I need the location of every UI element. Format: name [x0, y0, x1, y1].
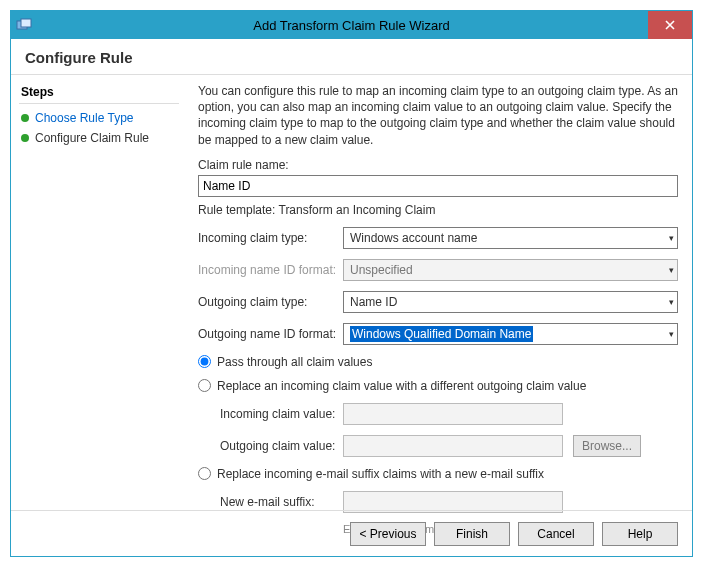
step-configure-claim-rule[interactable]: Configure Claim Rule — [19, 128, 185, 148]
window-title: Add Transform Claim Rule Wizard — [11, 18, 692, 33]
step-choose-rule-type[interactable]: Choose Rule Type — [19, 108, 185, 128]
radio-replace-suffix-input[interactable] — [198, 467, 211, 480]
button-bar: < Previous Finish Cancel Help — [11, 510, 692, 556]
browse-button: Browse... — [573, 435, 641, 457]
radio-pass-through-input[interactable] — [198, 355, 211, 368]
rule-template-text: Rule template: Transform an Incoming Cla… — [198, 203, 678, 217]
main-panel: You can configure this rule to map an in… — [186, 75, 692, 505]
status-dot-icon — [21, 114, 29, 122]
title-bar: Add Transform Claim Rule Wizard — [11, 11, 692, 39]
wizard-window: Add Transform Claim Rule Wizard Configur… — [10, 10, 693, 557]
help-button[interactable]: Help — [602, 522, 678, 546]
status-dot-icon — [21, 134, 29, 142]
app-icon — [11, 11, 37, 39]
outgoing-claim-type-select[interactable]: Name ID ▾ — [343, 291, 678, 313]
steps-header: Steps — [19, 81, 179, 104]
svg-rect-1 — [21, 19, 31, 27]
chevron-down-icon: ▾ — [669, 233, 674, 243]
finish-button[interactable]: Finish — [434, 522, 510, 546]
new-email-suffix-label: New e-mail suffix: — [220, 495, 343, 509]
step-label: Choose Rule Type — [35, 111, 134, 125]
outgoing-claim-type-label: Outgoing claim type: — [198, 295, 343, 309]
page-title: Configure Rule — [11, 39, 692, 75]
incoming-claim-value-label: Incoming claim value: — [220, 407, 343, 421]
previous-button[interactable]: < Previous — [350, 522, 426, 546]
radio-label: Replace incoming e-mail suffix claims wi… — [217, 467, 544, 481]
chevron-down-icon: ▾ — [669, 297, 674, 307]
steps-sidebar: Steps Choose Rule Type Configure Claim R… — [11, 75, 186, 505]
incoming-name-id-format-label: Incoming name ID format: — [198, 263, 343, 277]
outgoing-claim-value-label: Outgoing claim value: — [220, 439, 343, 453]
claim-rule-name-input[interactable] — [198, 175, 678, 197]
claim-rule-name-label: Claim rule name: — [198, 158, 678, 172]
radio-pass-through[interactable]: Pass through all claim values — [198, 355, 678, 369]
description-text: You can configure this rule to map an in… — [198, 83, 678, 148]
incoming-claim-type-label: Incoming claim type: — [198, 231, 343, 245]
step-label: Configure Claim Rule — [35, 131, 149, 145]
close-button[interactable] — [648, 11, 692, 39]
incoming-claim-type-select[interactable]: Windows account name ▾ — [343, 227, 678, 249]
radio-replace-value-input[interactable] — [198, 379, 211, 392]
outgoing-claim-value-input — [343, 435, 563, 457]
outgoing-name-id-format-select[interactable]: Windows Qualified Domain Name ▾ — [343, 323, 678, 345]
incoming-name-id-format-select: Unspecified ▾ — [343, 259, 678, 281]
chevron-down-icon: ▾ — [669, 329, 674, 339]
outgoing-name-id-format-label: Outgoing name ID format: — [198, 327, 343, 341]
cancel-button[interactable]: Cancel — [518, 522, 594, 546]
radio-replace-value[interactable]: Replace an incoming claim value with a d… — [198, 379, 678, 393]
radio-label: Replace an incoming claim value with a d… — [217, 379, 586, 393]
chevron-down-icon: ▾ — [669, 265, 674, 275]
incoming-claim-value-input — [343, 403, 563, 425]
radio-replace-suffix[interactable]: Replace incoming e-mail suffix claims wi… — [198, 467, 678, 481]
radio-label: Pass through all claim values — [217, 355, 372, 369]
